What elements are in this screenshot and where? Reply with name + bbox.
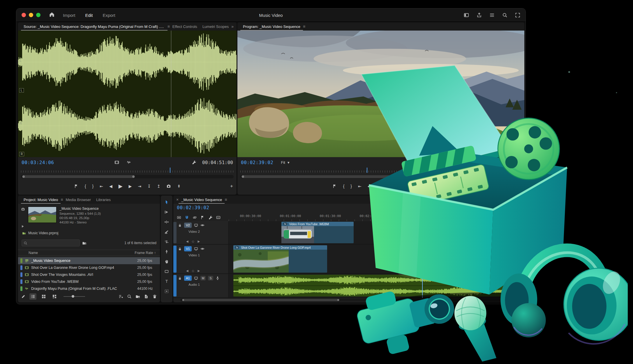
tab-import[interactable]: Import bbox=[63, 13, 75, 18]
track-target-v2[interactable]: V2 bbox=[184, 223, 192, 228]
search-input[interactable] bbox=[29, 241, 78, 245]
insert-button[interactable]: ↧ bbox=[147, 184, 151, 189]
source-patch-a1[interactable] bbox=[173, 275, 177, 296]
timeline-sequence-tab[interactable]: _Music Video Sequence bbox=[179, 196, 225, 204]
program-current-timecode[interactable]: 00:02:39:02 bbox=[241, 160, 273, 165]
track-lock-icon[interactable] bbox=[178, 276, 182, 280]
timeline-clip-v1[interactable]: fxShot Over La Garonne River Drone Long … bbox=[233, 245, 327, 273]
project-item-row[interactable]: Video From YouTube .WEBM25,00 fps bbox=[18, 278, 160, 285]
icon-view-button[interactable] bbox=[40, 293, 47, 300]
close-window-button[interactable] bbox=[22, 13, 26, 17]
tab-project[interactable]: Project: Music Video bbox=[21, 196, 61, 204]
project-item-row[interactable]: Shot Over La Garonne River Drone Long GO… bbox=[18, 264, 160, 271]
drag-audio-only-icon[interactable] bbox=[127, 160, 131, 165]
clear-trash-icon[interactable] bbox=[152, 294, 157, 299]
go-to-out-button[interactable]: ⇥ bbox=[138, 184, 141, 189]
captions-icon[interactable] bbox=[216, 215, 221, 220]
zoom-window-button[interactable] bbox=[36, 13, 40, 17]
sync-lock-icon[interactable] bbox=[194, 223, 198, 227]
search-icon[interactable] bbox=[502, 13, 507, 18]
more-tools-button[interactable] bbox=[163, 288, 170, 294]
export-frame-icon[interactable] bbox=[166, 184, 171, 189]
new-item-icon[interactable] bbox=[144, 294, 149, 299]
source-playhead-line[interactable] bbox=[171, 31, 171, 157]
label-color-chip[interactable] bbox=[20, 279, 22, 284]
new-search-bin-icon[interactable] bbox=[82, 241, 87, 245]
label-color-chip[interactable] bbox=[20, 272, 22, 277]
find-icon[interactable] bbox=[127, 294, 132, 299]
source-tab[interactable]: Source: _Music Video Sequence: Dragonfly… bbox=[21, 22, 167, 31]
next-keyframe-icon[interactable]: ▶ bbox=[198, 240, 200, 243]
source-ruler[interactable] bbox=[21, 168, 234, 173]
hand-tool[interactable] bbox=[163, 258, 170, 265]
add-marker-icon[interactable] bbox=[332, 184, 337, 189]
label-color-chip[interactable] bbox=[20, 265, 22, 270]
stacked-panels-icon[interactable] bbox=[489, 13, 495, 18]
quick-export-icon[interactable] bbox=[477, 13, 482, 18]
panel-menu-icon[interactable]: ≡ bbox=[303, 24, 305, 29]
panel-menu-icon[interactable]: ≡ bbox=[61, 197, 63, 202]
mute-track-button[interactable]: M bbox=[200, 276, 206, 280]
drag-video-only-icon[interactable] bbox=[114, 160, 119, 165]
panel-menu-icon[interactable]: ≡ bbox=[225, 197, 227, 202]
project-item-row[interactable]: _Music Video Sequence25,00 fps bbox=[18, 257, 160, 264]
play-button[interactable]: ▶ bbox=[119, 183, 123, 189]
freeform-view-button[interactable] bbox=[51, 293, 58, 300]
new-bin-icon[interactable] bbox=[135, 294, 140, 299]
preview-thumbnail[interactable] bbox=[28, 207, 57, 223]
column-header-name[interactable]: Name bbox=[29, 251, 38, 255]
tab-libraries[interactable]: Libraries bbox=[94, 196, 113, 204]
source-settings-wrench-icon[interactable] bbox=[192, 160, 196, 165]
panel-menu-icon[interactable]: ≡ bbox=[167, 24, 170, 29]
zoom-level-dropdown[interactable]: Fit▾ bbox=[281, 160, 289, 165]
search-field[interactable] bbox=[22, 239, 80, 246]
track-output-eye-icon[interactable] bbox=[200, 247, 204, 251]
source-zoom-scrollbar[interactable] bbox=[21, 175, 234, 178]
home-icon[interactable] bbox=[49, 12, 55, 17]
ripple-edit-tool[interactable] bbox=[163, 219, 170, 225]
source-patch-v2[interactable] bbox=[173, 222, 177, 243]
overwrite-button[interactable]: ↥ bbox=[157, 184, 161, 189]
razor-tool[interactable] bbox=[163, 229, 170, 235]
mark-out-button[interactable]: } bbox=[92, 184, 94, 189]
add-marker-icon[interactable] bbox=[74, 184, 79, 189]
poster-frame-camera-icon[interactable] bbox=[21, 207, 25, 211]
fullscreen-icon[interactable] bbox=[515, 13, 520, 18]
type-tool[interactable]: T bbox=[163, 278, 170, 285]
label-color-chip[interactable] bbox=[20, 286, 22, 291]
step-forward-button[interactable]: ▶ bbox=[129, 184, 132, 189]
slip-tool[interactable] bbox=[163, 239, 170, 245]
close-icon[interactable]: × bbox=[176, 197, 179, 202]
button-editor-plus[interactable]: + bbox=[230, 183, 233, 189]
audio-waveform-display[interactable]: L R L R bbox=[18, 31, 237, 157]
nest-indicator-icon[interactable] bbox=[177, 215, 181, 220]
automate-to-sequence-icon[interactable] bbox=[119, 294, 123, 299]
track-lock-icon[interactable] bbox=[178, 223, 182, 227]
voiceover-mic-icon[interactable] bbox=[216, 276, 220, 280]
preview-play-icon[interactable] bbox=[21, 225, 25, 228]
tab-export[interactable]: Export bbox=[103, 13, 115, 18]
add-keyframe-icon[interactable]: ◇ bbox=[192, 269, 194, 272]
add-marker-icon[interactable] bbox=[200, 215, 205, 220]
track-target-a1[interactable]: A1 bbox=[184, 276, 192, 281]
mark-in-button[interactable]: { bbox=[85, 184, 86, 189]
thumbnail-zoom-slider[interactable] bbox=[64, 296, 85, 297]
snap-icon[interactable] bbox=[185, 215, 189, 220]
tab-media-browser[interactable]: Media Browser bbox=[63, 196, 94, 204]
workspaces-icon[interactable] bbox=[464, 13, 469, 18]
timeline-current-timecode[interactable]: 00:02:39:02 bbox=[177, 205, 209, 210]
prev-keyframe-icon[interactable]: ◀ bbox=[186, 269, 188, 272]
project-writable-pencil-icon[interactable] bbox=[21, 294, 26, 299]
track-target-v1[interactable]: V1 bbox=[184, 246, 192, 251]
add-keyframe-icon[interactable]: ◇ bbox=[192, 240, 194, 243]
source-current-timecode[interactable]: 00:03:24:06 bbox=[22, 160, 54, 165]
solo-track-button[interactable]: S bbox=[208, 276, 213, 280]
next-keyframe-icon[interactable]: ▶ bbox=[198, 269, 200, 272]
project-item-row[interactable]: Dragonfly Mayu Puma (Original From M Cra… bbox=[18, 285, 160, 292]
track-lock-icon[interactable] bbox=[178, 247, 182, 251]
timeline-clip-v2[interactable]: fxVideo From YouTube .WEBM bbox=[281, 222, 354, 243]
selection-tool[interactable] bbox=[163, 199, 170, 205]
track-select-forward-tool[interactable] bbox=[163, 209, 170, 215]
sync-lock-icon[interactable] bbox=[194, 276, 198, 280]
prev-keyframe-icon[interactable]: ◀ bbox=[186, 240, 188, 243]
